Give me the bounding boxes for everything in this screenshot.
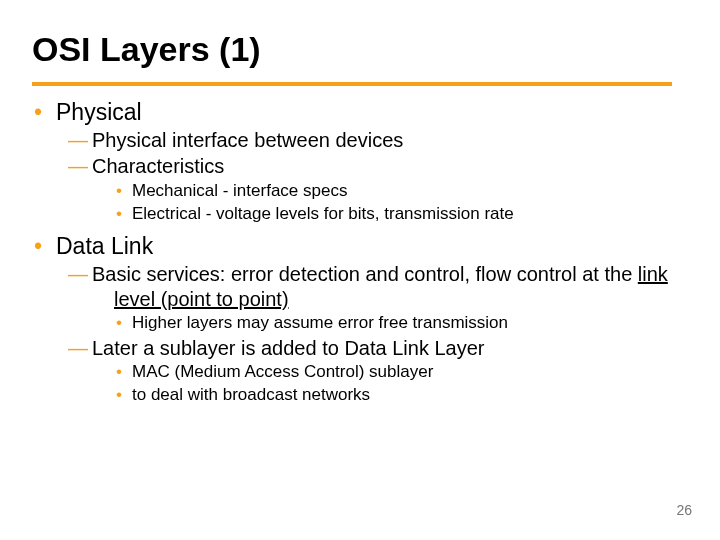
slide: OSI Layers (1) Physical Physical interfa… — [0, 0, 720, 540]
note-mac-sublayer: MAC (Medium Access Control) sublayer — [32, 362, 682, 383]
note-higher-layers-text: Higher layers may assume error free tran… — [132, 313, 508, 332]
sub-basic-services: Basic services: error detection and cont… — [32, 262, 682, 311]
services-before: Basic services: error detection and cont… — [92, 263, 638, 285]
bullet-physical: Physical — [32, 98, 682, 126]
bullet-datalink-text: Data Link — [56, 233, 153, 259]
note-mac-sublayer-text: MAC (Medium Access Control) sublayer — [132, 362, 433, 381]
sub-characteristics-text: Characteristics — [92, 155, 224, 177]
page-number: 26 — [676, 502, 692, 518]
sub-physical-interface-text: Physical interface between devices — [92, 129, 403, 151]
note-broadcast-text: to deal with broadcast networks — [132, 385, 370, 404]
title-rule — [32, 82, 672, 86]
note-higher-layers: Higher layers may assume error free tran… — [32, 313, 682, 334]
sub-physical-interface: Physical interface between devices — [32, 128, 682, 152]
bullet-physical-text: Physical — [56, 99, 142, 125]
slide-content: Physical Physical interface between devi… — [32, 98, 682, 408]
sub-characteristics: Characteristics — [32, 154, 682, 178]
slide-title: OSI Layers (1) — [0, 0, 720, 69]
bullet-datalink: Data Link — [32, 232, 682, 260]
char-mechanical-text: Mechanical - interface specs — [132, 181, 347, 200]
char-mechanical: Mechanical - interface specs — [32, 181, 682, 202]
char-electrical-text: Electrical - voltage levels for bits, tr… — [132, 204, 514, 223]
note-broadcast: to deal with broadcast networks — [32, 385, 682, 406]
sub-sublayer-added-text: Later a sublayer is added to Data Link L… — [92, 337, 484, 359]
char-electrical: Electrical - voltage levels for bits, tr… — [32, 204, 682, 225]
sub-sublayer-added: Later a sublayer is added to Data Link L… — [32, 336, 682, 360]
